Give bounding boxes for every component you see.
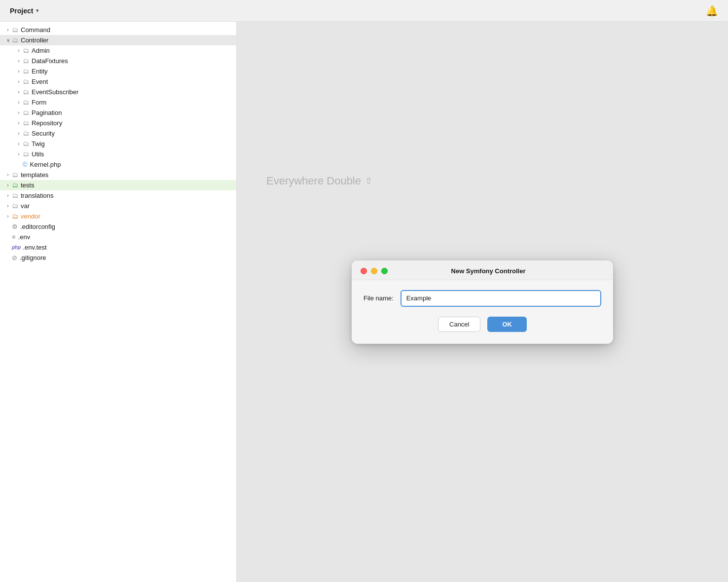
chevron-right-icon: ›: [15, 89, 23, 95]
gear-icon: ⚙: [12, 223, 18, 230]
tree-label: Utils: [32, 150, 44, 158]
tree-item-security[interactable]: › 🗂 Security: [0, 128, 236, 139]
php-badge: php: [12, 245, 21, 250]
chevron-right-icon: ›: [4, 193, 12, 198]
tree-label: Security: [32, 130, 55, 137]
chevron-right-icon: ›: [15, 120, 23, 126]
tree-label: DataFixtures: [32, 57, 68, 65]
tree-item-editorconfig[interactable]: ⚙ .editorconfig: [0, 221, 236, 232]
tree-item-form[interactable]: › 🗂 Form: [0, 97, 236, 108]
filename-label: File name:: [364, 294, 394, 302]
minimize-button[interactable]: [371, 268, 377, 274]
tree-label: tests: [21, 182, 34, 189]
cancel-button[interactable]: Cancel: [438, 317, 480, 332]
tree-item-event[interactable]: › 🗂 Event: [0, 76, 236, 87]
close-button[interactable]: [361, 268, 367, 274]
tree-label: templates: [21, 171, 48, 179]
filename-input[interactable]: [400, 290, 601, 307]
lines-icon: ≡: [12, 233, 16, 241]
folder-icon: 🗂: [23, 130, 29, 137]
tree-label: Controller: [21, 36, 48, 44]
chevron-right-icon: ›: [4, 27, 12, 33]
folder-icon: 🗂: [12, 192, 18, 199]
copyright-icon: ©: [23, 161, 28, 168]
folder-icon: 🗂: [23, 109, 29, 116]
tree-label: var: [21, 202, 30, 210]
tree-item-utils[interactable]: › 🗂 Utils: [0, 149, 236, 159]
tree-item-pagination[interactable]: › 🗂 Pagination: [0, 108, 236, 118]
chevron-down-icon: ▾: [36, 8, 38, 13]
chevron-right-icon: ›: [4, 182, 12, 188]
tree-item-eventsubscriber[interactable]: › 🗂 EventSubscriber: [0, 87, 236, 97]
new-symfony-controller-dialog: New Symfony Controller File name: Cancel…: [352, 260, 613, 344]
tree-label: translations: [21, 192, 53, 199]
folder-icon: 🗂: [23, 68, 29, 75]
tree-item-kernel[interactable]: © Kernel.php: [0, 159, 236, 170]
project-menu[interactable]: Project ▾: [10, 7, 38, 15]
tree-label: Admin: [32, 47, 50, 54]
tree-item-command[interactable]: › 🗂 Command: [0, 25, 236, 35]
folder-icon: 🗂: [23, 57, 29, 65]
folder-icon: 🗂: [23, 78, 29, 85]
tree-item-twig[interactable]: › 🗂 Twig: [0, 139, 236, 149]
folder-icon: 🗂: [23, 88, 29, 96]
tree-item-datafixtures[interactable]: › 🗂 DataFixtures: [0, 56, 236, 66]
tree-label: EventSubscriber: [32, 88, 78, 96]
tree-label: Entity: [32, 68, 48, 75]
tree-label: Pagination: [32, 109, 62, 116]
tree-item-controller[interactable]: ∨ 🗂 Controller: [0, 35, 236, 45]
chevron-right-icon: ›: [15, 151, 23, 157]
tree-item-env[interactable]: ≡ .env: [0, 232, 236, 242]
tree-label: .env.test: [23, 244, 46, 251]
chevron-right-icon: ›: [15, 141, 23, 146]
chevron-right-icon: ›: [15, 131, 23, 136]
tree-label: .env: [18, 233, 31, 241]
tree-item-admin[interactable]: › 🗂 Admin: [0, 45, 236, 56]
tree-label: Kernel.php: [30, 161, 61, 168]
chevron-right-icon: ›: [15, 48, 23, 53]
chevron-right-icon: ›: [15, 79, 23, 84]
folder-icon: 🗂: [12, 171, 18, 179]
tree-item-vendor[interactable]: › 🗂 vendor: [0, 211, 236, 221]
filename-row: File name:: [364, 290, 601, 307]
maximize-button[interactable]: [381, 268, 388, 274]
dialog-body: File name: Cancel OK: [352, 280, 613, 344]
tree-label: Repository: [32, 119, 62, 127]
tree-item-env-test[interactable]: php .env.test: [0, 242, 236, 253]
tree-item-var[interactable]: › 🗂 var: [0, 201, 236, 211]
chevron-down-icon: ∨: [4, 37, 12, 43]
tree-item-repository[interactable]: › 🗂 Repository: [0, 118, 236, 128]
block-icon: ⊘: [12, 254, 17, 261]
chevron-right-icon: ›: [4, 214, 12, 219]
dialog-titlebar: New Symfony Controller: [352, 260, 613, 280]
tree-label: Event: [32, 78, 48, 85]
tree-item-gitignore[interactable]: ⊘ .gitignore: [0, 253, 236, 263]
folder-icon: 🗂: [23, 99, 29, 106]
tree-item-translations[interactable]: › 🗂 translations: [0, 190, 236, 201]
folder-icon: 🗂: [12, 213, 18, 220]
tree-label: .gitignore: [20, 254, 46, 261]
dialog-title: New Symfony Controller: [392, 267, 585, 275]
dialog-buttons: Cancel OK: [364, 317, 601, 334]
folder-icon: 🗂: [12, 26, 18, 34]
notification-icon[interactable]: 🔔: [706, 5, 718, 17]
project-label: Project: [10, 7, 33, 15]
tree-label: vendor: [21, 213, 40, 220]
chevron-right-icon: ›: [15, 69, 23, 74]
chevron-right-icon: ›: [4, 172, 12, 178]
tree-label: Command: [21, 26, 50, 34]
folder-icon: 🗂: [12, 182, 18, 189]
tree-item-tests[interactable]: › 🗂 tests: [0, 180, 236, 190]
folder-icon: 🗂: [12, 202, 18, 210]
folder-icon: 🗂: [23, 119, 29, 127]
header: Project ▾ 🔔: [0, 0, 728, 22]
tree-label: Twig: [32, 140, 45, 147]
main-layout: › 🗂 Command ∨ 🗂 Controller › 🗂 Admin › 🗂…: [0, 22, 728, 582]
ok-button[interactable]: OK: [487, 317, 527, 332]
folder-icon: 🗂: [12, 36, 18, 44]
tree-item-entity[interactable]: › 🗂 Entity: [0, 66, 236, 76]
folder-icon: 🗂: [23, 150, 29, 158]
tree-item-templates[interactable]: › 🗂 templates: [0, 170, 236, 180]
chevron-right-icon: ›: [4, 203, 12, 209]
tree-label: Form: [32, 99, 46, 106]
